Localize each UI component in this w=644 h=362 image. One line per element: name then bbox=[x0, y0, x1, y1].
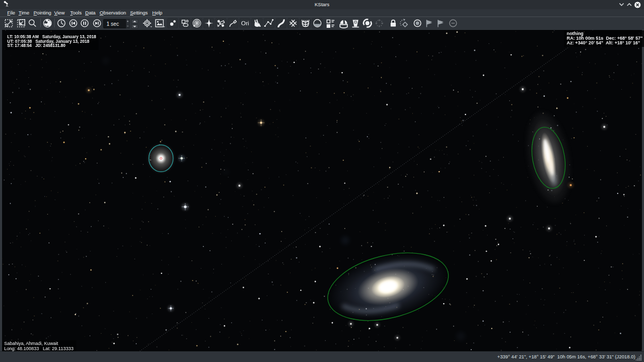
svg-text:Ori: Ori bbox=[241, 20, 249, 26]
